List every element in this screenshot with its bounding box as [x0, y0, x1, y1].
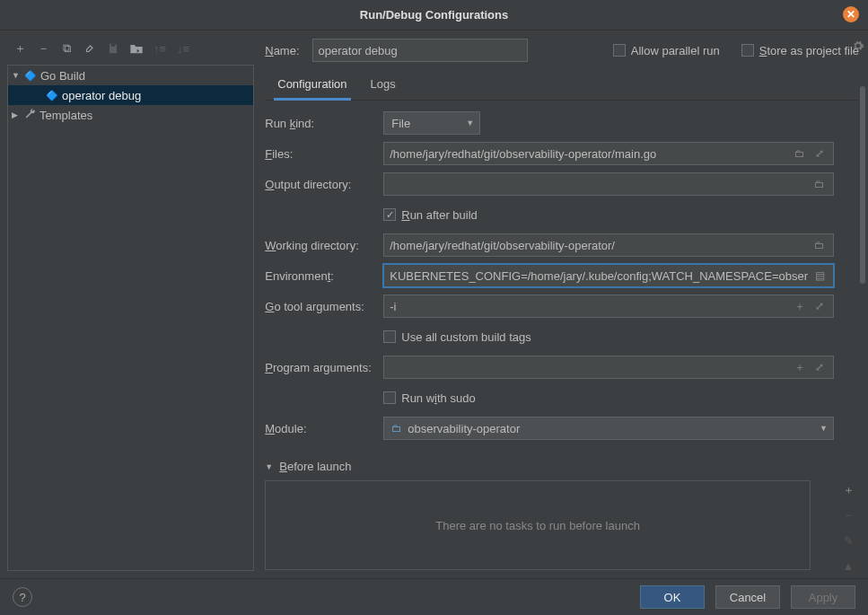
allow-parallel-label: Allow parallel run — [631, 44, 720, 57]
folder-icon[interactable]: 🗀 — [811, 178, 828, 190]
chevron-down-icon: ▼ — [265, 462, 274, 471]
before-launch-header[interactable]: ▼ Before launch — [265, 460, 834, 473]
environment-value: KUBERNETES_CONFIG=/home/jary/.kube/confi… — [390, 269, 808, 283]
ok-button[interactable]: OK — [640, 585, 705, 609]
working-dir-input[interactable]: /home/jary/redhat/git/observability-oper… — [383, 233, 834, 257]
add-task-button[interactable]: ＋ — [839, 480, 857, 500]
title-bar: Run/Debug Configurations ✕ — [0, 0, 868, 31]
name-label: ame: — [274, 44, 300, 57]
allow-parallel-checkbox[interactable]: Allow parallel run — [613, 44, 720, 57]
module-folder-icon: 🗀 — [391, 422, 402, 435]
cancel-button[interactable]: Cancel — [715, 585, 780, 609]
folder-icon[interactable]: 🗀 — [811, 239, 828, 251]
sidebar-toolbar: ＋ － ⧉ ↑≡ ↓≡ — [7, 38, 254, 65]
tab-configuration[interactable]: Configuration — [274, 72, 350, 101]
wrench-icon — [24, 108, 36, 122]
tree-node-go-build[interactable]: ▼ 🔷 Go Build — [8, 66, 253, 85]
copy-icon[interactable]: ⧉ — [59, 41, 74, 56]
edit-defaults-icon[interactable] — [83, 41, 97, 56]
use-custom-tags-checkbox[interactable]: Use all custom build tags — [383, 330, 531, 344]
output-dir-input[interactable]: 🗀 — [383, 172, 834, 196]
before-launch-list[interactable]: There are no tasks to run before launch — [265, 480, 811, 570]
svg-rect-0 — [111, 44, 116, 47]
move-up-button: ▲ — [839, 556, 857, 574]
files-value: /home/jary/redhat/git/observability-oper… — [390, 147, 788, 161]
run-after-build-checkbox[interactable]: Run after build — [383, 208, 478, 222]
use-custom-tags-label: Use all custom build tags — [401, 330, 531, 344]
apply-button[interactable]: Apply — [791, 585, 855, 609]
scrollbar-thumb[interactable] — [860, 86, 865, 284]
run-with-sudo-checkbox[interactable]: Run with sudo — [383, 391, 475, 405]
sidebar: ＋ － ⧉ ↑≡ ↓≡ ▼ 🔷 Go Build 🔷 — [0, 31, 258, 578]
close-button[interactable]: ✕ — [843, 6, 859, 22]
remove-task-button: － — [839, 505, 857, 525]
sort-down-icon: ↓≡ — [176, 41, 190, 56]
before-launch-buttons: ＋ － ✎ ▲ — [839, 480, 857, 574]
module-value: observability-operator — [408, 422, 520, 435]
sort-up-icon: ↑≡ — [153, 41, 167, 56]
chevron-down-icon: ▼ — [820, 424, 828, 433]
save-config-icon — [106, 41, 120, 56]
config-tree[interactable]: ▼ 🔷 Go Build 🔷 operator debug ▶ Template… — [7, 65, 254, 571]
chevron-down-icon: ▼ — [466, 119, 474, 127]
before-launch-empty: There are no tasks to run before launch — [435, 519, 640, 532]
tree-node-operator-debug[interactable]: 🔷 operator debug — [8, 85, 253, 105]
tree-label: Go Build — [40, 69, 85, 83]
tree-label: operator debug — [62, 89, 141, 102]
run-kind-value: File — [391, 117, 410, 130]
remove-icon[interactable]: － — [36, 41, 50, 56]
tree-label: Templates — [39, 109, 92, 122]
run-kind-select[interactable]: File ▼ — [383, 111, 480, 135]
move-to-folder-icon[interactable] — [129, 41, 144, 56]
folder-icon[interactable]: 🗀 — [792, 147, 808, 160]
checkbox-icon — [383, 391, 396, 404]
add-icon[interactable]: ＋ — [13, 41, 27, 56]
tabs: Configuration Logs — [265, 72, 859, 101]
module-select[interactable]: 🗀 observability-operator ▼ — [383, 417, 834, 440]
content-panel: Name: Allow parallel run Store as projec… — [258, 31, 868, 578]
add-icon[interactable]: ＋ — [792, 299, 808, 314]
add-icon[interactable]: ＋ — [792, 360, 808, 375]
checkbox-icon — [383, 208, 396, 221]
expand-icon[interactable]: ⤢ — [811, 360, 828, 375]
go-bug-icon: 🔷 — [46, 89, 58, 101]
help-button[interactable]: ? — [13, 587, 32, 607]
store-label: tore as project file — [767, 44, 859, 57]
tab-logs[interactable]: Logs — [367, 72, 399, 100]
name-input[interactable] — [312, 39, 528, 62]
go-tool-args-input[interactable]: -i ＋ ⤢ — [383, 294, 834, 318]
checkbox-icon — [741, 44, 754, 57]
expand-icon[interactable]: ⤢ — [811, 299, 828, 314]
footer: ? OK Cancel Apply — [0, 578, 868, 615]
files-input[interactable]: /home/jary/redhat/git/observability-oper… — [383, 142, 834, 165]
list-icon[interactable]: ▤ — [811, 269, 828, 282]
edit-task-button: ✎ — [839, 531, 857, 550]
chevron-down-icon: ▼ — [12, 71, 21, 80]
tree-node-templates[interactable]: ▶ Templates — [8, 105, 253, 125]
go-bug-icon: 🔷 — [24, 69, 37, 82]
gear-icon[interactable] — [852, 40, 864, 55]
checkbox-icon — [613, 44, 626, 57]
go-tool-args-value: -i — [390, 300, 788, 313]
working-dir-value: /home/jary/redhat/git/observability-oper… — [390, 239, 808, 252]
environment-input[interactable]: KUBERNETES_CONFIG=/home/jary/.kube/confi… — [383, 264, 834, 287]
program-args-input[interactable]: ＋ ⤢ — [383, 356, 834, 379]
checkbox-icon — [383, 330, 396, 343]
expand-icon[interactable]: ⤢ — [811, 147, 828, 160]
scrollbar[interactable] — [859, 84, 866, 578]
chevron-right-icon: ▶ — [12, 110, 21, 119]
store-as-project-checkbox[interactable]: Store as project file — [741, 44, 859, 57]
window-title: Run/Debug Configurations — [360, 8, 508, 22]
